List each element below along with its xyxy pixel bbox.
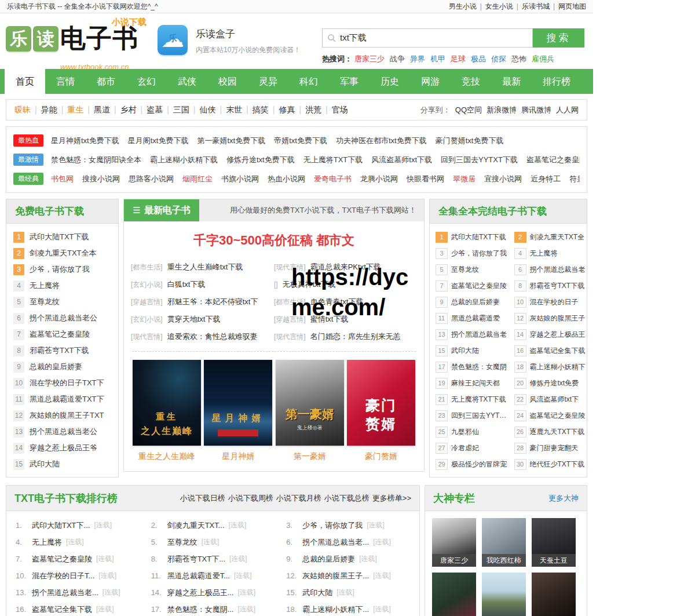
book-link[interactable]: 修炼丹途txt免费下载 [226,155,295,165]
book-link[interactable]: 禁色魅惑：女魔阴... [167,601,234,616]
book-link[interactable]: 武印大陆 [30,459,60,469]
book-link[interactable]: 星月阁txt免费下载 [128,136,189,146]
hot-keyword[interactable]: 极品 [471,54,486,63]
book-link[interactable]: 无上魔将 [32,534,62,551]
hot-keyword[interactable]: 战争 [390,54,405,63]
book-link[interactable]: 重生之人生巅峰 [133,451,201,462]
rank-tab[interactable]: 小说下载日榜 [180,494,225,502]
hot-keyword[interactable]: 足球 [451,54,466,63]
book-link[interactable]: 豪门甜妻宠翻天 [530,443,579,453]
hot-keyword[interactable]: 唐家三少 [354,54,385,63]
reader-app-promo[interactable]: ☁ 乐 乐读盒子 内置本站10万小说的免费阅读器！ [158,25,301,55]
book-link[interactable]: 九婴邪仙 [451,427,479,437]
book-link[interactable]: 剑凌九重天TXT全本 [30,248,97,258]
book-link[interactable]: 无上魔将TXT下载 [451,395,506,404]
book-link[interactable]: 拐个黑道总裁当老 [451,330,507,340]
book-link[interactable]: 第一豪婿txt免费下载 [197,136,265,146]
book-link[interactable]: 帝婿txt免费下载 [274,136,327,146]
book-link[interactable]: 剑凌九重天TXT全 [530,232,585,242]
nav-item-6[interactable]: 校园 [207,69,248,94]
book-link[interactable]: 宜搜小说网 [484,174,522,184]
book-link[interactable]: 无上魔将 [530,249,558,258]
book-link[interactable]: 武印大陆TXT下... [32,517,90,534]
nav-item-2[interactable]: 言情 [45,69,86,94]
topbar-link[interactable]: 男生小说 [449,2,477,10]
book-link[interactable]: 无极真神txt下载 [283,276,336,293]
book-link[interactable]: 武印大陆 [451,346,479,356]
book-link[interactable]: 快眼看书网 [407,174,444,184]
author-card[interactable]: 天蚕土豆 [532,518,576,567]
hot-keyword[interactable]: 雇佣兵 [532,54,554,63]
nav-item-1[interactable]: 首页 [5,69,45,97]
nav-item-9[interactable]: 军事 [329,69,370,94]
author-card[interactable] [432,573,476,616]
book-link[interactable]: 白狐txt下载 [167,276,206,293]
book-link[interactable]: 拐个黑道总裁当老 [530,265,586,275]
book-link[interactable]: 穿越之惹上极品王 [530,330,586,340]
subnav-link[interactable]: 末世 [226,105,242,114]
book-link[interactable]: 少爷，请你放了我 [30,264,90,275]
book-link[interactable]: 至尊龙纹 [30,297,60,307]
subnav-link[interactable]: 暧昧 [14,105,31,114]
book-link[interactable]: 穿越之惹上极品王... [167,584,234,601]
more-rank-link[interactable]: 更多榜单>> [372,494,411,502]
book-link[interactable]: 冷君虐妃 [451,443,479,453]
book-link[interactable]: 书旗小说网 [221,174,259,184]
book-link[interactable]: 豪门赘婿txt免费下载 [436,136,504,146]
promo-banner[interactable]: 千字30~500高价征稿 都市文 [124,232,424,249]
book-link[interactable]: 无上魔将TXT下载 [303,155,363,165]
topbar-link[interactable]: 女生小说 [485,2,513,10]
book-link[interactable]: 绝代狂少TXT下载 [530,460,585,469]
book-link[interactable]: 黑道总裁霸道爱TXT下 [30,394,104,404]
book-link[interactable]: 武印大陆 [302,584,332,601]
book-link[interactable]: 盗墓笔记之秦皇陵 [32,551,92,567]
book-link[interactable]: 混在学校的日子TXT下 [30,378,104,388]
book-link[interactable]: 灰姑娘的腹黑王子 [530,314,586,323]
book-link[interactable]: 穿越之惹上极品王爷 [30,443,97,453]
book-link[interactable]: 灰姑娘的腹黑王子TXT [30,410,104,421]
author-card[interactable]: 我吃西红柿 [482,518,526,567]
book-link[interactable]: 霸道总裁来PKtxt下载 [310,258,381,276]
book-link[interactable]: 回到三国去YYTXT下载 [441,155,518,165]
subnav-link[interactable]: 重生 [67,105,83,114]
book-link[interactable]: 血色青春txt下载 [310,293,364,311]
book-link[interactable]: 近身特工 [531,174,561,184]
book-link[interactable]: 无上魔将 [30,280,60,291]
book-cover-image[interactable]: 豪门赘婿 [347,360,415,446]
book-link[interactable]: 爱奇电子书 [314,174,352,184]
book-link[interactable]: 追爱索欢：禽性总裁难驭妻 [167,328,258,345]
subnav-link[interactable]: 洪荒 [305,105,321,114]
search-button[interactable]: 搜索 [533,28,584,48]
book-link[interactable]: 武印大陆TXT下载 [30,232,89,242]
book-link[interactable]: 星月神婿txt免费下载 [51,136,119,146]
book-link[interactable]: 剑凌九重天TXT... [167,517,225,534]
subnav-link[interactable]: 乡村 [120,105,137,114]
nav-item-12[interactable]: 竞技 [451,69,491,94]
subnav-link[interactable]: 搞笑 [253,105,269,114]
book-link[interactable]: 至尊龙纹 [167,534,197,551]
book-link[interactable]: 热血小说网 [268,174,305,184]
book-link[interactable]: 至尊龙纹 [451,265,479,275]
rank-tab[interactable]: 小说下载周榜 [228,494,273,502]
book-link[interactable]: 烟雨红尘 [182,174,213,184]
nav-item-13[interactable]: 最新 [491,69,532,94]
book-link[interactable]: 回到三国去YYTXT [451,411,509,421]
subnav-link[interactable]: 异能 [41,105,57,114]
book-link[interactable]: 黑道总裁霸道爱 [451,314,500,323]
book-link[interactable]: 灰姑娘的腹黑王子... [302,567,369,584]
subnav-link[interactable]: 三国 [173,105,189,114]
book-link[interactable]: 拐个黑道总裁当老... [32,584,98,601]
book-link[interactable]: 总裁的皇后娇妻 [30,362,82,372]
book-link[interactable]: 拐个黑道总裁当老公 [30,427,97,437]
share-link[interactable]: 人人网 [556,105,579,114]
book-cover-image[interactable]: 星月神婿 [204,360,272,446]
nav-item-8[interactable]: 科幻 [288,69,329,94]
more-authors-link[interactable]: 更多大神 [548,493,579,504]
subnav-link[interactable]: 官场 [332,105,348,114]
book-link[interactable]: 盗墓笔记之秦皇陵3 [526,155,580,165]
book-link[interactable]: 符皇 [569,174,580,184]
nav-item-14[interactable]: 排行榜 [532,69,581,94]
book-link[interactable]: 邪霸苍穹TXT下载 [530,281,585,291]
tab-latest-ebooks[interactable]: ☰最新电子书 [124,199,199,221]
book-link[interactable]: 邪霸苍穹TXT下... [167,551,225,567]
